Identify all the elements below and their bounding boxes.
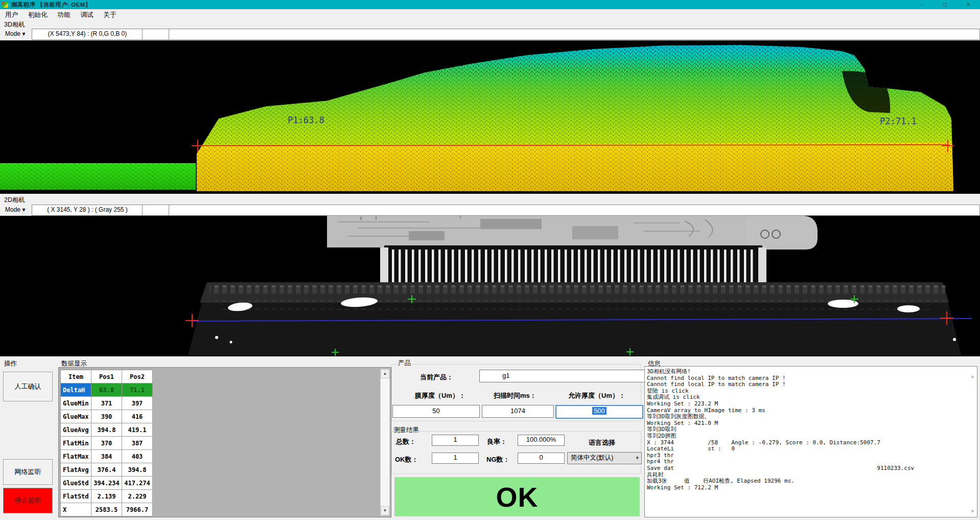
film-thickness-label: 膜厚度（Um）： <box>415 391 465 400</box>
ok-count-label: OK数： <box>395 455 418 464</box>
minimize-button[interactable]: – <box>909 1 933 9</box>
table-scrollbar[interactable]: ▲ ▼ <box>380 369 390 516</box>
mode-box-3-3d <box>169 29 980 40</box>
operations-title: 操作 <box>4 359 17 368</box>
language-select-label: 语言选择 <box>589 438 615 447</box>
allow-thickness-field[interactable]: 500 <box>555 405 643 419</box>
network-listen-button[interactable]: 网络监听 <box>3 459 53 485</box>
manual-confirm-button[interactable]: 人工确认 <box>3 372 53 401</box>
info-log: 3D相机没有网络!Cannot find local IP to match c… <box>647 369 968 491</box>
total-count-label: 总数： <box>396 437 416 446</box>
data-table-body: DeltaH63.871.1GlueMin371397GlueMax390416… <box>61 383 153 516</box>
scan-time-label: 扫描时间ms： <box>494 391 536 400</box>
allow-thickness-label: 允许厚度（Um）： <box>568 391 625 400</box>
pixel-readout-3d: (X 5473,Y 84) : (R 0,G 0,B 0) <box>32 29 143 40</box>
ng-count-field[interactable]: 0 <box>518 453 565 464</box>
log-line: hpr3 thr <box>647 453 968 459</box>
camera2d-label: 2D相机 <box>4 196 25 205</box>
item-cell: FlatMax <box>61 450 91 463</box>
table-row[interactable]: DeltaH63.871.1 <box>61 383 153 397</box>
log-line: 加载3张 值 行AOI检查, Elapsed 19296 ms. <box>647 478 968 485</box>
data-table-container: Item Pos1 Pos2 DeltaH63.871.1GlueMin3713… <box>58 367 391 517</box>
data-table: Item Pos1 Pos2 DeltaH63.871.1GlueMin3713… <box>60 370 153 516</box>
scroll-down-icon[interactable]: ▼ <box>381 506 389 515</box>
table-row[interactable]: FlatAvg376.4394.8 <box>61 463 153 477</box>
window-title: 测高程序 【当前用户: OEM】 <box>11 1 91 9</box>
scroll-down-icon[interactable]: ▼ <box>970 509 975 514</box>
value-cell: 394.234 <box>91 477 122 490</box>
value-cell: 2.229 <box>122 490 153 503</box>
mode-dropdown-3d[interactable]: Mode ▾ <box>3 29 33 40</box>
value-cell: 7966.7 <box>122 503 153 516</box>
log-line: Working Set : 421.0 M <box>647 420 968 427</box>
film-thickness-field[interactable]: 50 <box>392 405 480 418</box>
close-button[interactable]: × <box>956 1 980 9</box>
item-cell: FlatMin <box>61 437 91 450</box>
camera2d-viewport[interactable] <box>0 216 980 356</box>
menu-item[interactable]: 初始化 <box>23 9 53 19</box>
value-cell: 403 <box>122 450 153 463</box>
table-row[interactable]: FlatMin370387 <box>61 437 153 450</box>
value-cell: 71.1 <box>122 383 153 397</box>
log-line: 等到2D拼图 <box>647 433 968 440</box>
col-header-pos1: Pos1 <box>91 370 122 383</box>
restore-button[interactable]: □ <box>933 1 956 9</box>
mode-box-2-2d <box>142 205 170 216</box>
pcb-board <box>327 216 818 250</box>
p1-measure-label: P1:63.8 <box>288 115 324 125</box>
title-bar: 测高程序 【当前用户: OEM】 – □ × <box>0 0 980 9</box>
result-status-banner: OK <box>394 477 640 516</box>
scroll-up-icon[interactable]: ▲ <box>970 374 975 379</box>
item-cell: FlatAvg <box>61 463 91 477</box>
window-controls: – □ × <box>909 1 980 9</box>
app-icon <box>2 2 8 8</box>
log-line: 等到3D取到 <box>647 426 968 433</box>
table-row[interactable]: GlueMin371397 <box>61 397 153 410</box>
language-dropdown[interactable]: 简体中文(默认) ▾ <box>567 452 642 464</box>
mode-box-3-2d <box>169 205 980 216</box>
scan-time-field[interactable]: 1074 <box>482 405 554 418</box>
total-count-field[interactable]: 1 <box>432 435 479 446</box>
menu-item[interactable]: 调试 <box>76 9 99 19</box>
item-cell: GlueMax <box>61 410 91 423</box>
log-line: LocateLi st : 0 <box>647 446 968 453</box>
table-row[interactable]: FlatStd2.1392.229 <box>61 490 153 503</box>
table-row[interactable]: GlueStd394.234417.274 <box>61 477 153 490</box>
item-cell: GlueAvg <box>61 423 91 437</box>
chevron-down-icon: ▾ <box>636 453 639 463</box>
log-line: 3D相机没有网络! <box>647 369 968 375</box>
table-row[interactable]: FlatMax384403 <box>61 450 153 463</box>
value-cell: 2583.5 <box>91 503 122 516</box>
ok-count-field[interactable]: 1 <box>432 453 479 464</box>
pixel-readout-2d: ( X 3145, Y 28 ) : ( Gray 255 ) <box>32 205 143 216</box>
yield-label: 良率： <box>487 437 507 446</box>
table-row[interactable]: GlueAvg394.8419.1 <box>61 423 153 437</box>
ng-count-label: NG数： <box>486 455 510 464</box>
stop-listen-button[interactable]: 停止监听 <box>3 488 53 513</box>
mode-dropdown-2d[interactable]: Mode ▾ <box>3 205 33 216</box>
menu-item[interactable]: 用户 <box>0 9 23 19</box>
value-cell: 416 <box>122 410 153 423</box>
value-cell: 2.139 <box>91 490 122 503</box>
table-row[interactable]: GlueMax390416 <box>61 410 153 423</box>
scroll-up-icon[interactable]: ▲ <box>381 369 389 378</box>
item-cell: GlueStd <box>61 477 91 490</box>
menu-item[interactable]: 功能 <box>53 9 76 19</box>
camera3d-viewport[interactable]: P1:63.8 P2:71.1 <box>0 40 980 194</box>
value-cell: 390 <box>91 410 122 423</box>
info-log-box[interactable]: 3D相机没有网络!Cannot find local IP to match c… <box>644 366 977 517</box>
item-cell: DeltaH <box>61 383 91 397</box>
mode-box-2-3d <box>142 29 170 40</box>
log-line: Working Set : 712.2 M <box>647 485 968 491</box>
value-cell: 419.1 <box>122 423 153 437</box>
current-product-field[interactable]: g1 <box>479 370 662 382</box>
table-row[interactable]: X2583.57966.7 <box>61 503 153 516</box>
value-cell: 394.8 <box>91 423 122 437</box>
value-cell: 417.274 <box>122 477 153 490</box>
menu-bar: 用户初始化功能调试关于 <box>0 9 980 19</box>
yield-field[interactable]: 100.000% <box>518 435 565 446</box>
table-header-row: Item Pos1 Pos2 <box>61 370 153 383</box>
item-cell: FlatStd <box>61 490 91 503</box>
selected-text: 500 <box>592 407 606 415</box>
menu-item[interactable]: 关于 <box>99 9 122 19</box>
